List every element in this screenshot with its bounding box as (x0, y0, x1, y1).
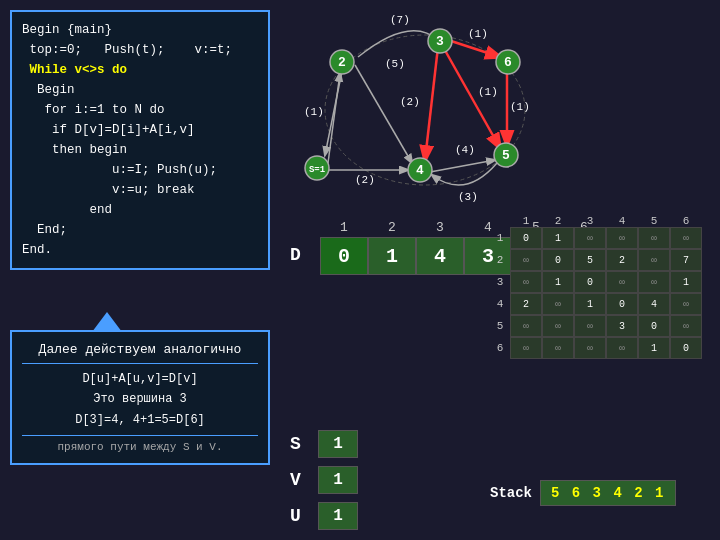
edge-3-6 (448, 40, 500, 57)
edge-label-5-4: (3) (458, 191, 478, 203)
node-label-6: 6 (504, 55, 512, 70)
mrow-label-4: 4 (490, 298, 510, 310)
matrix-row-5: 5 ∞ ∞ ∞ 3 0 ∞ (490, 315, 715, 337)
code-line-9: v:=u; break (22, 183, 195, 197)
code-line-11: End; (22, 223, 67, 237)
info-box: Далее действуем аналогично D[u]+A[u,v]=D… (10, 330, 270, 465)
mrow-label-5: 5 (490, 320, 510, 332)
mc-5-6: ∞ (670, 315, 702, 337)
mc-2-1: ∞ (510, 249, 542, 271)
info-title: Далее действуем аналогично (22, 342, 258, 357)
edge-label-s-4: (2) (355, 174, 375, 186)
mc-6-5: 1 (638, 337, 670, 359)
mc-6-3: ∞ (574, 337, 606, 359)
mrow-label-1: 1 (490, 232, 510, 244)
mrow-label-2: 2 (490, 254, 510, 266)
code-line-5: for i:=1 to N do (22, 103, 165, 117)
node-label-s1: S=1 (309, 165, 326, 175)
mc-3-2: 1 (542, 271, 574, 293)
v-value: 1 (318, 466, 358, 494)
edge-s-2 (328, 73, 340, 163)
edge-label-4-5: (4) (455, 144, 475, 156)
mc-3-5: ∞ (638, 271, 670, 293)
mc-3-4: ∞ (606, 271, 638, 293)
node-label-4: 4 (416, 163, 424, 178)
code-line-10: end (22, 203, 112, 217)
s-value: 1 (318, 430, 358, 458)
s-row: S 1 (290, 430, 358, 458)
d-cell-2: 4 (416, 237, 464, 275)
node-label-2: 2 (338, 55, 346, 70)
d-cell-1: 1 (368, 237, 416, 275)
v-row: V 1 (290, 466, 358, 494)
mc-6-2: ∞ (542, 337, 574, 359)
edge-label-3-6: (1) (468, 28, 488, 40)
mc-1-6: ∞ (670, 227, 702, 249)
mc-4-1: 2 (510, 293, 542, 315)
stack-section: Stack 5 6 3 4 2 1 (490, 480, 676, 506)
node-label-3: 3 (436, 34, 444, 49)
mc-6-6: 0 (670, 337, 702, 359)
formula-line1: D[u]+A[u,v]=D[v] (82, 372, 197, 386)
mc-1-5: ∞ (638, 227, 670, 249)
code-line-3: While v<>s do (22, 63, 127, 77)
mc-2-3: 5 (574, 249, 606, 271)
matrix-row-1: 1 0 1 ∞ ∞ ∞ ∞ (490, 227, 715, 249)
s-label: S (290, 434, 310, 454)
mc-6-1: ∞ (510, 337, 542, 359)
mc-3-6: 1 (670, 271, 702, 293)
mc-2-4: 2 (606, 249, 638, 271)
node-label-5: 5 (502, 148, 510, 163)
edge-4-5 (430, 160, 495, 172)
mc-2-5: ∞ (638, 249, 670, 271)
info-faded: прямого пути между S и V. (22, 441, 258, 453)
formula-line3: D[3]=4, 4+1=5=D[6] (75, 413, 205, 427)
mc-5-1: ∞ (510, 315, 542, 337)
info-formula: D[u]+A[u,v]=D[v] Это вершина 3 D[3]=4, 4… (22, 369, 258, 430)
mcol-1: 1 (510, 215, 542, 227)
mc-4-2: ∞ (542, 293, 574, 315)
stack-value: 5 6 3 4 2 1 (540, 480, 676, 506)
d-header-2: 2 (368, 220, 416, 235)
mc-2-2: 0 (542, 249, 574, 271)
svu-section: S 1 V 1 U 1 (290, 430, 358, 530)
mc-4-3: 1 (574, 293, 606, 315)
code-line-8: u:=I; Push(u); (22, 163, 217, 177)
d-cell-0: 0 (320, 237, 368, 275)
matrix-row-2: 2 ∞ 0 5 2 ∞ 7 (490, 249, 715, 271)
formula-line2: Это вершина 3 (93, 392, 187, 406)
code-line-6: if D[v]=D[i]+A[i,v] (22, 123, 195, 137)
v-label: V (290, 470, 310, 490)
matrix-col-headers: 1 2 3 4 5 6 (510, 215, 715, 227)
mc-1-2: 1 (542, 227, 574, 249)
mrow-label-6: 6 (490, 342, 510, 354)
edge-2-s (325, 71, 342, 155)
mc-4-5: 4 (638, 293, 670, 315)
mcol-3: 3 (574, 215, 606, 227)
edge-label-6-5: (1) (510, 101, 530, 113)
matrix-row-4: 4 2 ∞ 1 0 4 ∞ (490, 293, 715, 315)
code-line-12: End. (22, 243, 52, 257)
d-header-3: 3 (416, 220, 464, 235)
matrix-row-6: 6 ∞ ∞ ∞ ∞ 1 0 (490, 337, 715, 359)
code-line-1: Begin {main} (22, 23, 112, 37)
mc-6-4: ∞ (606, 337, 638, 359)
edge-2-4 (355, 65, 412, 163)
edge-label-2-3: (7) (390, 14, 410, 26)
mc-4-4: 0 (606, 293, 638, 315)
mc-3-3: 0 (574, 271, 606, 293)
mc-2-6: 7 (670, 249, 702, 271)
mcol-6: 6 (670, 215, 702, 227)
code-panel: Begin {main} top:=0; Push(t); v:=t; Whil… (10, 10, 270, 270)
mcol-5: 5 (638, 215, 670, 227)
mc-5-3: ∞ (574, 315, 606, 337)
edge-label-2-4-left: (1) (304, 106, 324, 118)
edge-3-4 (425, 47, 438, 160)
mc-5-2: ∞ (542, 315, 574, 337)
code-line-7: then begin (22, 143, 127, 157)
edge-label-3-4: (2) (400, 96, 420, 108)
d-header-1: 1 (320, 220, 368, 235)
mc-5-5: 0 (638, 315, 670, 337)
mc-3-1: ∞ (510, 271, 542, 293)
mc-1-4: ∞ (606, 227, 638, 249)
